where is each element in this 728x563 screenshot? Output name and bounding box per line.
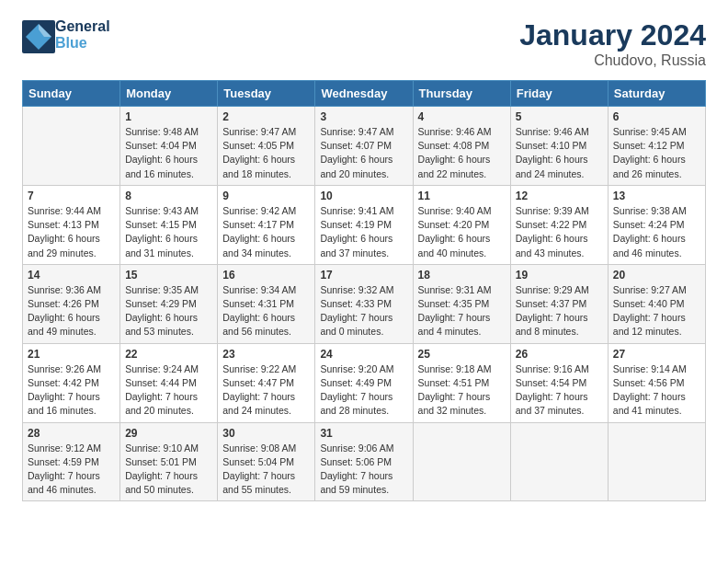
daylight-text: Daylight: 7 hours and 59 minutes. bbox=[320, 470, 392, 495]
sunrise-text: Sunrise: 9:45 AM bbox=[613, 126, 687, 137]
month-title: January 2024 bbox=[519, 18, 706, 52]
sunset-text: Sunset: 4:35 PM bbox=[418, 298, 490, 309]
header: General Blue January 2024 Chudovo, Russi… bbox=[22, 18, 706, 69]
day-number: 27 bbox=[613, 348, 700, 361]
day-info: Sunrise: 9:31 AMSunset: 4:35 PMDaylight:… bbox=[418, 283, 506, 339]
sunset-text: Sunset: 4:05 PM bbox=[222, 140, 294, 151]
day-info: Sunrise: 9:39 AMSunset: 4:22 PMDaylight:… bbox=[516, 204, 603, 260]
sunrise-text: Sunrise: 9:48 AM bbox=[125, 126, 199, 137]
sunset-text: Sunset: 4:42 PM bbox=[28, 377, 99, 388]
calendar-cell: 8Sunrise: 9:43 AMSunset: 4:15 PMDaylight… bbox=[120, 185, 218, 264]
daylight-text: Daylight: 7 hours and 46 minutes. bbox=[28, 470, 100, 495]
sunset-text: Sunset: 4:59 PM bbox=[28, 456, 99, 467]
calendar-table: Sunday Monday Tuesday Wednesday Thursday… bbox=[22, 80, 706, 501]
sunrise-text: Sunrise: 9:27 AM bbox=[613, 284, 687, 295]
day-number: 21 bbox=[28, 348, 115, 361]
calendar-cell: 26Sunrise: 9:16 AMSunset: 4:54 PMDayligh… bbox=[510, 343, 608, 422]
sunset-text: Sunset: 4:31 PM bbox=[222, 298, 294, 309]
sunset-text: Sunset: 4:40 PM bbox=[613, 298, 685, 309]
day-info: Sunrise: 9:46 AMSunset: 4:10 PMDaylight:… bbox=[516, 125, 603, 181]
calendar-cell: 24Sunrise: 9:20 AMSunset: 4:49 PMDayligh… bbox=[315, 343, 413, 422]
sunset-text: Sunset: 4:13 PM bbox=[28, 219, 99, 230]
sunset-text: Sunset: 4:51 PM bbox=[418, 377, 490, 388]
calendar-cell bbox=[413, 422, 510, 501]
day-number: 28 bbox=[28, 427, 115, 440]
day-info: Sunrise: 9:38 AMSunset: 4:24 PMDaylight:… bbox=[613, 204, 700, 260]
calendar-cell: 10Sunrise: 9:41 AMSunset: 4:19 PMDayligh… bbox=[315, 185, 413, 264]
sunrise-text: Sunrise: 9:47 AM bbox=[320, 126, 393, 137]
daylight-text: Daylight: 6 hours and 24 minutes. bbox=[516, 154, 588, 178]
calendar-cell bbox=[608, 422, 705, 501]
col-tuesday: Tuesday bbox=[218, 81, 315, 107]
day-number: 15 bbox=[125, 269, 212, 282]
col-thursday: Thursday bbox=[413, 81, 510, 107]
daylight-text: Daylight: 6 hours and 46 minutes. bbox=[613, 233, 686, 258]
calendar-cell: 2Sunrise: 9:47 AMSunset: 4:05 PMDaylight… bbox=[218, 107, 315, 186]
day-info: Sunrise: 9:32 AMSunset: 4:33 PMDaylight:… bbox=[320, 283, 407, 339]
calendar-week-2: 7Sunrise: 9:44 AMSunset: 4:13 PMDaylight… bbox=[23, 185, 706, 264]
calendar-cell: 30Sunrise: 9:08 AMSunset: 5:04 PMDayligh… bbox=[218, 422, 315, 501]
daylight-text: Daylight: 6 hours and 31 minutes. bbox=[125, 233, 198, 258]
day-number: 19 bbox=[516, 269, 603, 282]
calendar-cell: 23Sunrise: 9:22 AMSunset: 4:47 PMDayligh… bbox=[218, 343, 315, 422]
sunset-text: Sunset: 4:49 PM bbox=[320, 377, 392, 388]
sunset-text: Sunset: 4:15 PM bbox=[125, 219, 197, 230]
sunset-text: Sunset: 4:22 PM bbox=[516, 219, 587, 230]
sunrise-text: Sunrise: 9:44 AM bbox=[28, 205, 101, 216]
location: Chudovo, Russia bbox=[519, 52, 706, 69]
daylight-text: Daylight: 6 hours and 43 minutes. bbox=[516, 233, 588, 258]
day-number: 24 bbox=[320, 348, 407, 361]
day-info: Sunrise: 9:06 AMSunset: 5:06 PMDaylight:… bbox=[320, 442, 407, 498]
sunrise-text: Sunrise: 9:36 AM bbox=[28, 284, 101, 295]
daylight-text: Daylight: 6 hours and 22 minutes. bbox=[418, 154, 491, 178]
day-info: Sunrise: 9:36 AMSunset: 4:26 PMDaylight:… bbox=[28, 283, 115, 339]
sunrise-text: Sunrise: 9:38 AM bbox=[613, 205, 687, 216]
day-number: 2 bbox=[222, 110, 310, 123]
day-number: 3 bbox=[320, 110, 407, 123]
sunset-text: Sunset: 5:04 PM bbox=[222, 456, 294, 467]
daylight-text: Daylight: 7 hours and 24 minutes. bbox=[222, 391, 295, 416]
day-info: Sunrise: 9:48 AMSunset: 4:04 PMDaylight:… bbox=[125, 125, 212, 181]
sunset-text: Sunset: 4:17 PM bbox=[222, 219, 294, 230]
sunrise-text: Sunrise: 9:47 AM bbox=[222, 126, 296, 137]
sunrise-text: Sunrise: 9:26 AM bbox=[28, 363, 101, 374]
daylight-text: Daylight: 6 hours and 53 minutes. bbox=[125, 312, 198, 337]
daylight-text: Daylight: 6 hours and 34 minutes. bbox=[222, 233, 295, 258]
day-number: 17 bbox=[320, 269, 407, 282]
col-friday: Friday bbox=[510, 81, 608, 107]
calendar-cell: 5Sunrise: 9:46 AMSunset: 4:10 PMDaylight… bbox=[510, 107, 608, 186]
day-info: Sunrise: 9:22 AMSunset: 4:47 PMDaylight:… bbox=[222, 362, 310, 419]
daylight-text: Daylight: 7 hours and 0 minutes. bbox=[320, 312, 392, 337]
daylight-text: Daylight: 6 hours and 56 minutes. bbox=[222, 312, 295, 337]
day-info: Sunrise: 9:18 AMSunset: 4:51 PMDaylight:… bbox=[418, 362, 506, 419]
calendar-cell: 1Sunrise: 9:48 AMSunset: 4:04 PMDaylight… bbox=[120, 107, 218, 186]
daylight-text: Daylight: 6 hours and 37 minutes. bbox=[320, 233, 392, 258]
sunset-text: Sunset: 5:06 PM bbox=[320, 456, 392, 467]
calendar-week-1: 1Sunrise: 9:48 AMSunset: 4:04 PMDaylight… bbox=[23, 107, 706, 186]
calendar-cell: 25Sunrise: 9:18 AMSunset: 4:51 PMDayligh… bbox=[413, 343, 510, 422]
daylight-text: Daylight: 7 hours and 28 minutes. bbox=[320, 391, 392, 416]
day-info: Sunrise: 9:14 AMSunset: 4:56 PMDaylight:… bbox=[613, 362, 700, 419]
sunrise-text: Sunrise: 9:08 AM bbox=[222, 442, 296, 454]
daylight-text: Daylight: 7 hours and 41 minutes. bbox=[613, 391, 686, 416]
day-number: 30 bbox=[222, 427, 310, 440]
daylight-text: Daylight: 6 hours and 16 minutes. bbox=[125, 154, 198, 178]
col-monday: Monday bbox=[120, 81, 218, 107]
day-info: Sunrise: 9:40 AMSunset: 4:20 PMDaylight:… bbox=[418, 204, 506, 260]
daylight-text: Daylight: 6 hours and 29 minutes. bbox=[28, 233, 100, 258]
daylight-text: Daylight: 7 hours and 4 minutes. bbox=[418, 312, 491, 337]
calendar-cell: 7Sunrise: 9:44 AMSunset: 4:13 PMDaylight… bbox=[23, 185, 120, 264]
day-number: 31 bbox=[320, 427, 407, 440]
day-number: 25 bbox=[418, 348, 506, 361]
logo-text: General Blue bbox=[55, 18, 110, 51]
sunset-text: Sunset: 4:26 PM bbox=[28, 298, 99, 309]
day-info: Sunrise: 9:20 AMSunset: 4:49 PMDaylight:… bbox=[320, 362, 407, 419]
sunset-text: Sunset: 4:47 PM bbox=[222, 377, 294, 388]
calendar-cell: 28Sunrise: 9:12 AMSunset: 4:59 PMDayligh… bbox=[23, 422, 120, 501]
sunset-text: Sunset: 4:07 PM bbox=[320, 140, 392, 151]
day-info: Sunrise: 9:34 AMSunset: 4:31 PMDaylight:… bbox=[222, 283, 310, 339]
daylight-text: Daylight: 7 hours and 20 minutes. bbox=[125, 391, 198, 416]
calendar-cell: 31Sunrise: 9:06 AMSunset: 5:06 PMDayligh… bbox=[315, 422, 413, 501]
calendar-cell: 16Sunrise: 9:34 AMSunset: 4:31 PMDayligh… bbox=[218, 264, 315, 343]
day-info: Sunrise: 9:26 AMSunset: 4:42 PMDaylight:… bbox=[28, 362, 115, 419]
